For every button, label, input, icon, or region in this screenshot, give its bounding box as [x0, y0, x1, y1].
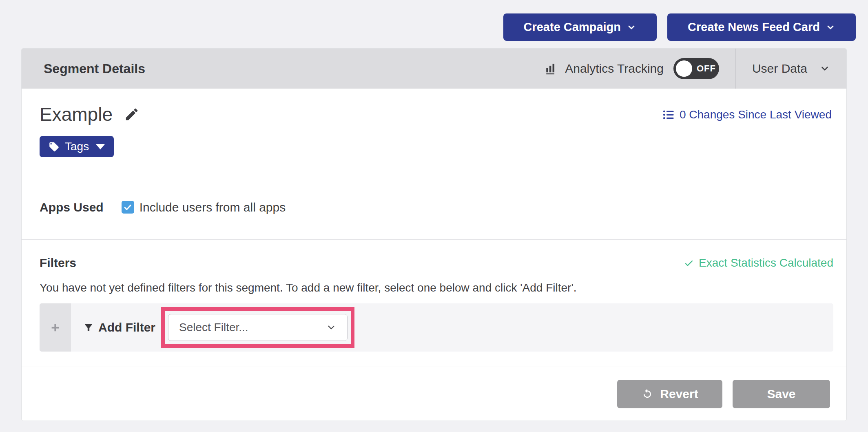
title-left: Example Tags [40, 105, 140, 157]
card-header-right: Analytics Tracking OFF User Data [528, 49, 846, 89]
filters-title: Filters [40, 256, 76, 270]
create-campaign-label: Create Campaign [524, 20, 621, 34]
card-header: Segment Details Analytics Tracking OFF U… [22, 49, 846, 89]
revert-icon [641, 388, 653, 400]
filters-section: Filters Exact Statistics Calculated You … [22, 239, 846, 367]
plus-icon [50, 323, 60, 333]
chevron-down-icon [326, 322, 337, 333]
save-label: Save [767, 387, 795, 401]
chevron-down-icon [826, 22, 835, 32]
apps-used-section: Apps Used Include users from all apps [22, 175, 846, 239]
bar-chart-icon [545, 62, 558, 76]
include-all-apps-checkbox[interactable] [122, 201, 134, 214]
save-button[interactable]: Save [733, 380, 830, 408]
revert-label: Revert [660, 387, 698, 401]
select-filter-placeholder: Select Filter... [179, 321, 248, 334]
changes-since-last-viewed-link[interactable]: 0 Changes Since Last Viewed [662, 108, 832, 121]
user-data-dropdown[interactable]: User Data [735, 49, 846, 89]
caret-down-icon [96, 144, 105, 149]
highlight-annotation-box: Select Filter... [161, 307, 354, 348]
select-filter-dropdown[interactable]: Select Filter... [168, 314, 348, 341]
include-all-apps-row: Include users from all apps [122, 200, 286, 214]
exact-statistics-status: Exact Statistics Calculated [684, 256, 833, 269]
pencil-icon [124, 107, 140, 122]
change-list-icon [662, 109, 675, 121]
check-icon [123, 203, 132, 212]
check-icon [684, 258, 694, 268]
add-filter-plus-button[interactable] [40, 303, 71, 352]
tag-icon [49, 141, 60, 152]
create-news-feed-card-label: Create News Feed Card [688, 20, 820, 34]
revert-button[interactable]: Revert [617, 380, 722, 408]
tags-label: Tags [65, 140, 89, 153]
chevron-down-icon [627, 22, 636, 32]
analytics-tracking-toggle[interactable]: OFF [673, 58, 719, 79]
toggle-state-label: OFF [697, 63, 716, 74]
tags-button[interactable]: Tags [40, 136, 114, 157]
add-filter-label-group: Add Filter [83, 321, 155, 334]
create-campaign-button[interactable]: Create Campaign [503, 13, 657, 41]
title-section: Example Tags 0 Changes [22, 89, 846, 175]
segment-name: Example [40, 105, 113, 124]
card-footer: Revert Save [22, 367, 846, 421]
apps-used-label: Apps Used [40, 200, 104, 214]
funnel-icon [83, 322, 94, 333]
include-all-apps-label: Include users from all apps [140, 200, 286, 214]
changes-link-label: 0 Changes Since Last Viewed [680, 108, 832, 121]
add-filter-label: Add Filter [98, 321, 155, 334]
chevron-down-icon [819, 63, 830, 74]
top-action-bar: Create Campaign Create News Feed Card [0, 0, 868, 48]
add-filter-row: Add Filter Select Filter... [40, 303, 833, 352]
toggle-knob [676, 60, 692, 77]
analytics-tracking-label: Analytics Tracking [565, 62, 664, 76]
page-title: Segment Details [22, 49, 145, 89]
segment-details-card: Segment Details Analytics Tracking OFF U… [21, 48, 847, 421]
filters-empty-message: You have not yet defined filters for thi… [40, 281, 833, 294]
edit-name-button[interactable] [124, 107, 140, 122]
user-data-label: User Data [752, 62, 807, 76]
create-news-feed-card-button[interactable]: Create News Feed Card [667, 13, 856, 41]
exact-statistics-label: Exact Statistics Calculated [699, 256, 833, 269]
analytics-tracking-section: Analytics Tracking OFF [528, 49, 735, 89]
